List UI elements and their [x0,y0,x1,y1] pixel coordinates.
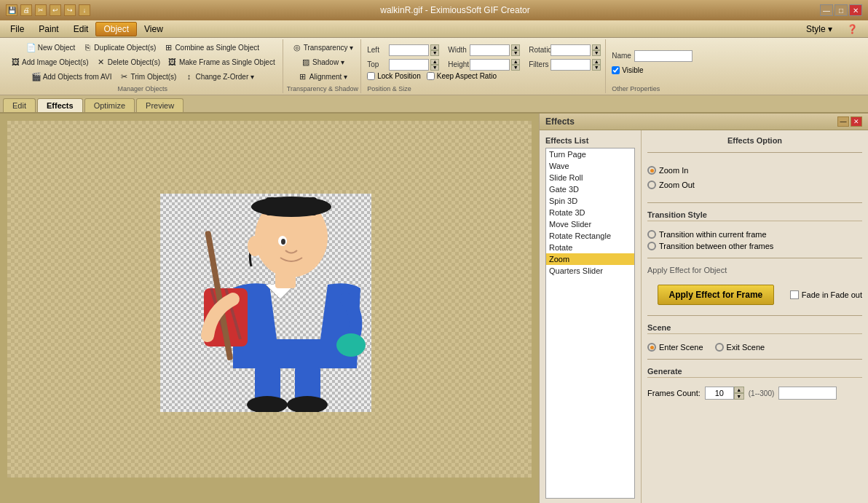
new-object-button[interactable]: 📄 New Object [23,41,79,54]
width-spinner[interactable]: ▲ ▼ [511,44,520,56]
effect-turn-page[interactable]: Turn Page [546,148,634,160]
effects-listbox[interactable]: Turn Page Wave Slide Roll Gate 3D Spin 3… [545,148,635,499]
height-input[interactable] [470,59,510,71]
frames-count-input[interactable] [705,387,734,400]
tab-effects[interactable]: Effects [37,98,83,112]
filters-input[interactable] [551,59,591,71]
visible-checkbox[interactable] [612,66,620,74]
menu-object[interactable]: Object [95,22,137,36]
within-frame-radio[interactable]: Transition within current frame [647,230,862,239]
apply-effect-frame-button[interactable]: Apply Effect for Frame [658,285,774,305]
effects-close-button[interactable]: ✕ [851,116,862,127]
trim-objects-button[interactable]: ✂ Trim Object(s) [116,70,179,83]
effect-zoom[interactable]: Zoom [546,253,634,265]
make-frame-label: Make Frame as Single Object [179,58,275,66]
zoom-out-radio[interactable]: Zoom Out [647,181,862,189]
lock-position-checkbox[interactable] [367,72,375,80]
change-z-order-button[interactable]: ↕ Change Z-Order ▾ [181,70,257,83]
tab-preview[interactable]: Preview [136,98,184,112]
frames-count-spin-up[interactable]: ▲ [734,387,744,393]
style-dropdown[interactable]: Style ▾ [799,23,840,36]
menu-view[interactable]: View [137,23,170,36]
frames-count-spinner[interactable]: ▲ ▼ [734,387,744,400]
visible-check[interactable]: Visible [612,66,643,74]
svg-point-8 [336,333,366,357]
exit-scene-label: Exit Scene [727,343,765,352]
add-objects-avi-button[interactable]: 🎬 Add Objects from AVI [28,70,115,83]
left-spinner[interactable]: ▲ ▼ [430,44,439,56]
top-spin-down[interactable]: ▼ [430,65,439,71]
width-spin-down[interactable]: ▼ [511,50,520,56]
other-properties-label: Other Properties [612,85,660,92]
make-frame-button[interactable]: 🖼 Make Frame as Single Object [165,55,278,68]
alignment-button[interactable]: ⊞ Alignment ▾ [295,70,350,83]
separator-4 [647,315,862,316]
fade-in-fade-out-check[interactable]: Fade in Fade out [790,290,862,299]
between-frames-radio[interactable]: Transition between other frames [647,242,862,250]
effect-rotate-3d[interactable]: Rotate 3D [546,207,634,218]
zoom-in-radio[interactable]: Zoom In [647,166,862,175]
effect-gate-3d[interactable]: Gate 3D [546,183,634,195]
minimize-button[interactable]: — [820,4,833,16]
exit-scene-radio[interactable]: Exit Scene [715,343,765,352]
enter-scene-radio[interactable]: Enter Scene [647,343,703,352]
canvas-area[interactable] [0,114,539,503]
rotation-spin-down[interactable]: ▼ [592,50,601,56]
add-image-button[interactable]: 🖼 Add Image Object(s) [7,55,92,68]
left-spin-up[interactable]: ▲ [430,44,439,50]
name-input[interactable] [634,50,693,62]
effect-wave[interactable]: Wave [546,160,634,172]
top-spin-up[interactable]: ▲ [430,59,439,65]
other-properties-group: Name Visible Other Properties [607,39,709,93]
shadow-button[interactable]: ▨ Shadow ▾ [298,55,347,68]
width-input[interactable] [470,44,510,56]
top-input[interactable] [389,59,429,71]
menu-file[interactable]: File [3,23,31,36]
left-spin-down[interactable]: ▼ [430,50,439,56]
transparency-label: Transparency ▾ [304,44,354,52]
top-spinner[interactable]: ▲ ▼ [430,59,439,71]
effect-slide-roll[interactable]: Slide Roll [546,172,634,183]
effects-minimize-button[interactable]: — [837,116,849,127]
rotation-input[interactable] [551,44,591,56]
maximize-button[interactable]: □ [835,4,848,16]
effect-rotate-rectangle[interactable]: Rotate Rectangle [546,230,634,242]
tabs-bar: Edit Effects Optimize Preview [0,95,868,114]
effect-move-slider[interactable]: Move Slider [546,218,634,230]
filters-label: Filters [529,60,549,68]
transparency-button[interactable]: ◎ Transparency ▾ [289,41,357,54]
keep-aspect-check[interactable]: Keep Aspect Ratio [427,72,497,80]
frames-extra-input[interactable] [778,387,837,400]
scene-group: Enter Scene Exit Scene [647,343,862,352]
combine-single-button[interactable]: ⊞ Combine as Single Object [160,41,262,54]
lock-position-check[interactable]: Lock Position [367,72,420,80]
tab-edit[interactable]: Edit [3,98,36,112]
menu-edit[interactable]: Edit [66,23,96,36]
close-button[interactable]: ✕ [849,4,862,16]
title-bar: 💾 🖨 ✂ ↩ ↪ ↓ walkinR.gif - EximiousSoft G… [0,0,868,20]
effect-quarters-slider[interactable]: Quarters Slider [546,265,634,277]
effect-spin-3d[interactable]: Spin 3D [546,195,634,207]
filters-spin-up[interactable]: ▲ [592,59,601,65]
effects-options-column: Effects Option Zoom In Zoom Out Transiti… [642,130,868,503]
delete-objects-button[interactable]: ✕ Delete Object(s) [93,55,163,68]
duplicate-objects-button[interactable]: ⎘ Duplicate Object(s) [79,41,159,54]
menu-paint[interactable]: Paint [31,23,66,36]
svg-point-11 [247,396,288,412]
help-icon[interactable]: ❓ [840,23,865,36]
left-input[interactable] [389,44,429,56]
tab-optimize[interactable]: Optimize [84,98,135,112]
height-spin-up[interactable]: ▲ [511,59,520,65]
height-spin-down[interactable]: ▼ [511,65,520,71]
effect-rotate[interactable]: Rotate [546,242,634,253]
width-spin-up[interactable]: ▲ [511,44,520,50]
rotation-spin-up[interactable]: ▲ [592,44,601,50]
frames-count-spin-down[interactable]: ▼ [734,393,744,400]
visible-label: Visible [622,66,643,74]
rotation-spinner[interactable]: ▲ ▼ [592,44,601,56]
height-spinner[interactable]: ▲ ▼ [511,59,520,71]
keep-aspect-checkbox[interactable] [427,72,435,80]
filters-spin-down[interactable]: ▼ [592,65,601,71]
filters-spinner[interactable]: ▲ ▼ [592,59,601,71]
frames-count-label: Frames Count: [647,389,701,397]
